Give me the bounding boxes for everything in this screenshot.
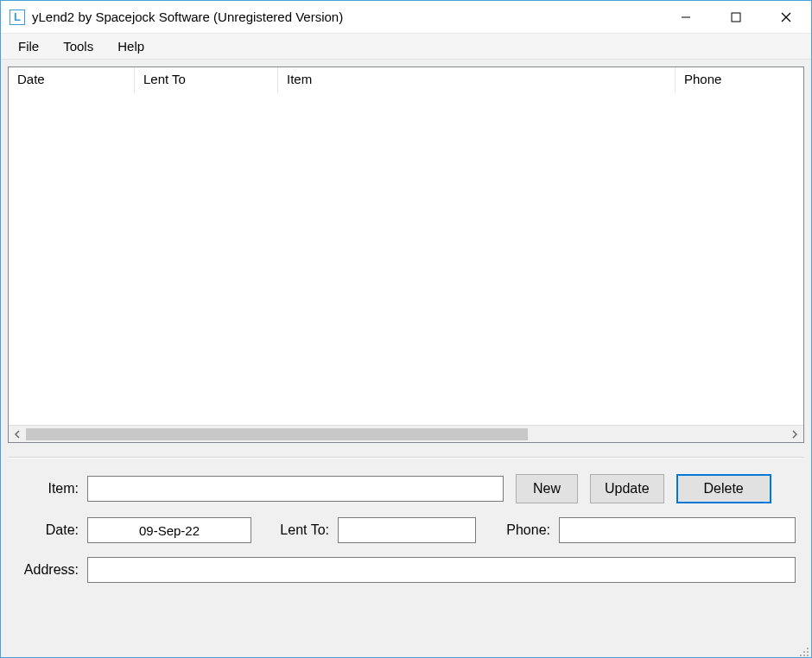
lent-to-input[interactable]	[338, 517, 476, 543]
items-list[interactable]: Date Lent To Item Phone	[8, 66, 804, 443]
menu-file[interactable]: File	[6, 35, 51, 57]
svg-point-4	[807, 648, 809, 649]
app-icon: L	[10, 9, 25, 25]
resize-grip-icon[interactable]	[799, 647, 809, 657]
update-button[interactable]: Update	[590, 474, 664, 503]
content-area: Date Lent To Item Phone	[1, 60, 811, 657]
item-input[interactable]	[87, 476, 504, 502]
svg-point-8	[803, 655, 805, 656]
list-body[interactable]	[9, 93, 803, 425]
row-item: Item: New Update Delete	[10, 474, 802, 503]
svg-rect-1	[732, 13, 740, 22]
scroll-thumb[interactable]	[26, 428, 528, 440]
column-item[interactable]: Item	[278, 67, 676, 93]
statusbar	[1, 645, 811, 657]
date-input[interactable]	[87, 517, 251, 543]
scroll-right-icon[interactable]	[786, 426, 803, 443]
label-lent-to: Lent To:	[251, 522, 338, 538]
menu-help[interactable]: Help	[105, 35, 156, 57]
column-date[interactable]: Date	[9, 67, 135, 93]
maximize-button[interactable]	[711, 1, 761, 33]
row-address: Address:	[10, 557, 802, 583]
minimize-button[interactable]	[661, 1, 711, 33]
titlebar: L yLend2 by Spacejock Software (Unregist…	[1, 1, 811, 34]
column-phone[interactable]: Phone	[676, 67, 803, 93]
column-lent-to[interactable]: Lent To	[135, 67, 278, 93]
entry-form: Item: New Update Delete Date: Lent To: P…	[1, 459, 811, 592]
spacer	[1, 592, 811, 645]
svg-point-5	[803, 651, 805, 653]
window-title: yLend2 by Spacejock Software (Unregister…	[32, 9, 661, 24]
svg-point-7	[800, 655, 802, 656]
new-button[interactable]: New	[516, 474, 578, 503]
label-date: Date:	[10, 522, 87, 538]
label-item: Item:	[10, 481, 87, 497]
svg-point-6	[807, 651, 809, 653]
menu-tools[interactable]: Tools	[51, 35, 105, 57]
close-button[interactable]	[761, 1, 811, 33]
scroll-left-icon[interactable]	[9, 426, 26, 443]
phone-input[interactable]	[559, 517, 796, 543]
window-controls	[661, 1, 811, 33]
menubar: File Tools Help	[1, 34, 811, 60]
label-address: Address:	[10, 562, 87, 578]
horizontal-scrollbar[interactable]	[9, 425, 803, 442]
delete-button[interactable]: Delete	[676, 474, 771, 503]
scroll-track[interactable]	[26, 426, 786, 443]
app-window: L yLend2 by Spacejock Software (Unregist…	[0, 0, 812, 658]
row-date: Date: Lent To: Phone:	[10, 517, 802, 543]
label-phone: Phone:	[476, 522, 559, 538]
svg-point-9	[807, 655, 809, 656]
list-header: Date Lent To Item Phone	[9, 67, 803, 93]
address-input[interactable]	[87, 557, 796, 583]
